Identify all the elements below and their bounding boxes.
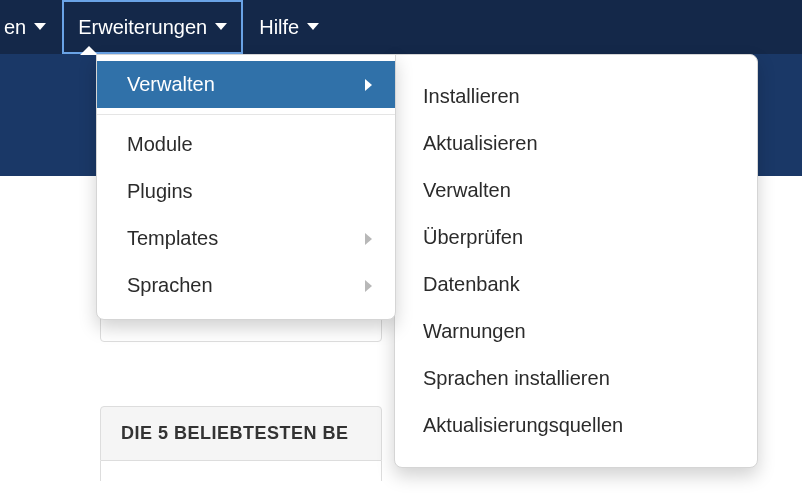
top-navbar: en Erweiterungen Hilfe	[0, 0, 802, 54]
submenu-item-database[interactable]: Datenbank	[395, 261, 757, 308]
caret-down-icon	[215, 23, 227, 31]
submenu-item-manage[interactable]: Verwalten	[395, 167, 757, 214]
caret-down-icon	[307, 23, 319, 31]
submenu-label: Installieren	[423, 85, 520, 107]
menu-item-languages[interactable]: Sprachen	[97, 262, 395, 309]
menu-divider	[97, 114, 395, 115]
menu-label-modules: Module	[127, 133, 193, 156]
submenu-label: Überprüfen	[423, 226, 523, 248]
nav-label-truncated: en	[4, 16, 26, 39]
menu-item-modules[interactable]: Module	[97, 121, 395, 168]
caret-right-icon	[365, 280, 373, 292]
menu-item-manage[interactable]: Verwalten	[97, 61, 395, 108]
manage-submenu: Installieren Aktualisieren Verwalten Übe…	[394, 54, 758, 468]
nav-label-extensions: Erweiterungen	[78, 16, 207, 39]
submenu-label: Verwalten	[423, 179, 511, 201]
submenu-item-update-sites[interactable]: Aktualisierungsquellen	[395, 402, 757, 449]
submenu-label: Datenbank	[423, 273, 520, 295]
submenu-label: Aktualisierungsquellen	[423, 414, 623, 436]
submenu-item-check[interactable]: Überprüfen	[395, 214, 757, 261]
menu-label-languages: Sprachen	[127, 274, 213, 297]
submenu-item-update[interactable]: Aktualisieren	[395, 120, 757, 167]
submenu-item-install-languages[interactable]: Sprachen installieren	[395, 355, 757, 402]
caret-down-icon	[34, 23, 46, 31]
menu-label-manage: Verwalten	[127, 73, 215, 96]
submenu-label: Aktualisieren	[423, 132, 538, 154]
nav-item-help[interactable]: Hilfe	[243, 0, 335, 54]
submenu-item-warnings[interactable]: Warnungen	[395, 308, 757, 355]
panel-heading: DIE 5 BELIEBTESTEN BE	[100, 406, 382, 461]
extensions-dropdown: Verwalten Module Plugins Templates Sprac…	[96, 54, 396, 320]
nav-label-help: Hilfe	[259, 16, 299, 39]
submenu-item-install[interactable]: Installieren	[395, 73, 757, 120]
submenu-label: Sprachen installieren	[423, 367, 610, 389]
nav-item-extensions[interactable]: Erweiterungen	[62, 0, 243, 54]
menu-label-plugins: Plugins	[127, 180, 193, 203]
caret-right-icon	[365, 79, 373, 91]
panel-body-strip	[100, 461, 382, 481]
menu-item-templates[interactable]: Templates	[97, 215, 395, 262]
submenu-label: Warnungen	[423, 320, 526, 342]
menu-label-templates: Templates	[127, 227, 218, 250]
caret-right-icon	[365, 233, 373, 245]
menu-item-plugins[interactable]: Plugins	[97, 168, 395, 215]
nav-item-truncated[interactable]: en	[0, 0, 62, 54]
